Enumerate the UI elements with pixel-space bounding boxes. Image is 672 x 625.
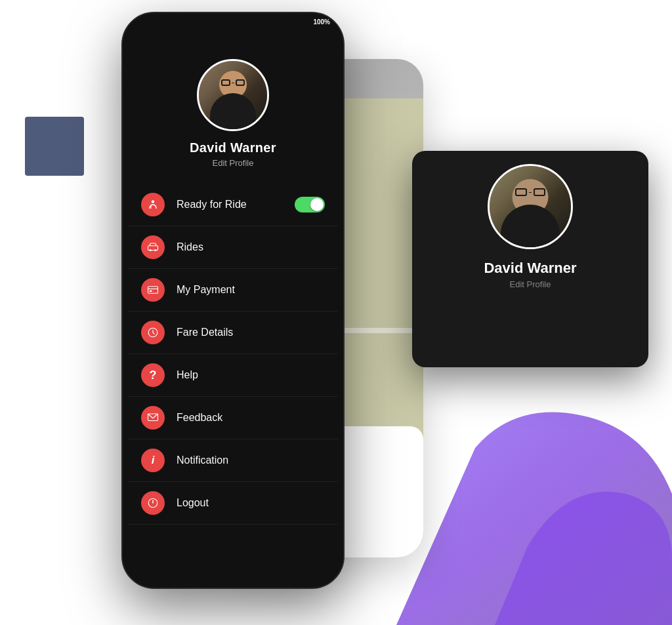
- ready-for-ride-label: Ready for Ride: [177, 199, 295, 211]
- menu-item-rides[interactable]: Rides: [128, 226, 338, 269]
- my-payment-label: My Payment: [177, 284, 325, 296]
- svg-point-4: [154, 249, 156, 251]
- svg-rect-5: [148, 287, 158, 294]
- gradient-decoration: [396, 350, 672, 625]
- svg-point-0: [152, 200, 155, 203]
- main-phone: 100% David Warner Edit Profile: [121, 12, 345, 589]
- ready-for-ride-toggle[interactable]: [295, 197, 325, 212]
- avatar: [197, 59, 269, 131]
- ready-for-ride-icon: [141, 193, 165, 216]
- profile-card-overlay: David Warner Edit Profile: [412, 151, 648, 367]
- my-payment-icon: [141, 278, 165, 302]
- menu-list: Ready for Ride Rides: [123, 184, 343, 525]
- phone-notch: [194, 13, 272, 31]
- svg-rect-2: [148, 246, 158, 251]
- menu-item-feedback[interactable]: Feedback: [128, 397, 338, 439]
- svg-point-3: [150, 249, 152, 251]
- edit-profile-link[interactable]: Edit Profile: [213, 158, 254, 168]
- feedback-label: Feedback: [177, 412, 325, 424]
- menu-item-help[interactable]: ? Help: [128, 354, 338, 397]
- card-user-name: David Warner: [484, 260, 576, 277]
- logout-icon: [141, 491, 165, 515]
- menu-item-logout[interactable]: Logout: [128, 482, 338, 525]
- fare-details-label: Fare Details: [177, 327, 325, 338]
- menu-item-notification[interactable]: i Notification: [128, 439, 338, 482]
- menu-item-fare-details[interactable]: Fare Details: [128, 312, 338, 354]
- status-bar: 100%: [313, 18, 330, 26]
- logout-label: Logout: [177, 497, 325, 509]
- decoration-square: [25, 117, 84, 176]
- rides-icon: [141, 235, 165, 259]
- help-icon: ?: [141, 363, 165, 387]
- rides-label: Rides: [177, 241, 325, 253]
- notification-label: Notification: [177, 454, 325, 466]
- card-avatar: [488, 164, 573, 249]
- notification-icon: i: [141, 449, 165, 472]
- menu-item-ready-for-ride[interactable]: Ready for Ride: [128, 184, 338, 226]
- svg-rect-7: [150, 291, 152, 292]
- fare-details-icon: [141, 321, 165, 344]
- feedback-icon: [141, 406, 165, 430]
- menu-item-my-payment[interactable]: My Payment: [128, 269, 338, 312]
- help-label: Help: [177, 369, 325, 381]
- card-edit-profile: Edit Profile: [510, 279, 551, 289]
- user-name: David Warner: [190, 140, 276, 155]
